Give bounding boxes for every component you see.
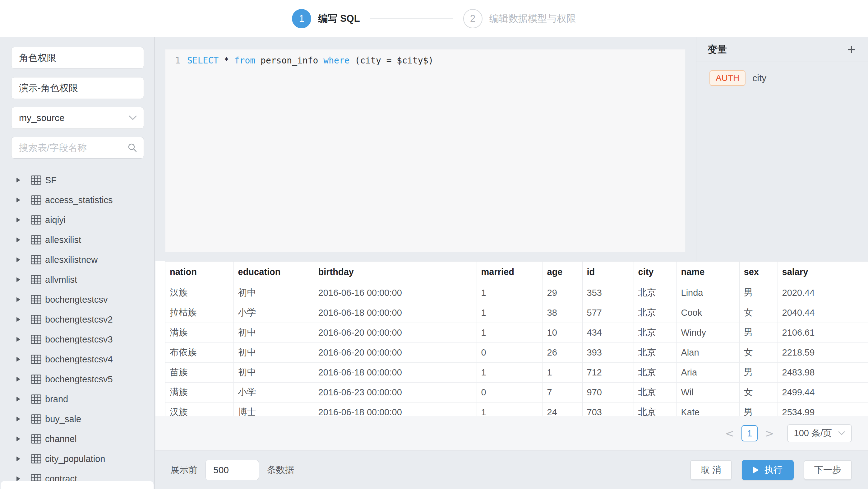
variables-title: 变量	[708, 43, 727, 56]
cell-nation: 满族	[165, 382, 234, 402]
cell-name: Cook	[677, 303, 739, 323]
expand-caret-icon[interactable]	[17, 277, 20, 282]
tree-item-label: SF	[45, 175, 57, 185]
expand-caret-icon[interactable]	[17, 237, 20, 242]
step-1-write-sql[interactable]: 1 编写 SQL	[292, 9, 360, 28]
table-grid-icon	[31, 295, 41, 304]
table-grid-icon	[31, 195, 41, 205]
cell-age: 38	[542, 303, 582, 323]
results-body: 汉族初中2016-06-16 00:00:00129353北京Linda男202…	[165, 283, 868, 416]
expand-caret-icon[interactable]	[17, 357, 20, 362]
tree-item-table[interactable]: access_statistics	[0, 190, 154, 210]
tree-item-label: bochengtestcsv	[45, 295, 108, 305]
tree-item-table[interactable]: buy_sale	[0, 409, 154, 429]
cell-married: 0	[476, 382, 542, 402]
table-row: 汉族初中2016-06-16 00:00:00129353北京Linda男202…	[165, 283, 868, 303]
cell-id: 703	[582, 402, 633, 416]
role-name-input[interactable]	[11, 47, 144, 69]
row-limit-group: 展示前 条数据	[170, 460, 294, 480]
search-input[interactable]	[11, 137, 144, 159]
results-header-row: nationeducationbirthdaymarriedageidcityn…	[165, 262, 868, 283]
datasource-select[interactable]: my_source	[11, 107, 144, 129]
cell-sex: 男	[739, 363, 778, 382]
sql-editor[interactable]: 1 SELECT * from person_info where (city …	[165, 49, 685, 252]
run-button[interactable]: 执行	[742, 460, 794, 480]
expand-caret-icon[interactable]	[17, 178, 20, 182]
sql-keyword: where	[323, 55, 349, 66]
table-grid-icon	[31, 175, 41, 185]
step-2-edit-model[interactable]: 2 编辑数据模型与权限	[463, 9, 576, 28]
cancel-button[interactable]: 取 消	[690, 460, 732, 480]
variable-item[interactable]: AUTH city	[709, 70, 868, 86]
cell-sex: 女	[739, 382, 778, 402]
table-row: 汉族博士2016-06-18 00:00:00124703北京Kate男2534…	[165, 402, 868, 416]
tree-item-table[interactable]: brand	[0, 389, 154, 409]
tree-item-table[interactable]: allesxilist	[0, 230, 154, 250]
next-page-icon[interactable]: >	[761, 427, 778, 439]
expand-caret-icon[interactable]	[17, 337, 20, 342]
expand-caret-icon[interactable]	[17, 297, 20, 302]
cell-id: 970	[582, 382, 633, 402]
column-header-id: id	[582, 262, 633, 283]
expand-caret-icon[interactable]	[17, 476, 20, 481]
tree-item-label: brand	[45, 394, 68, 404]
page-number-button[interactable]: 1	[741, 425, 757, 441]
tree-item-table[interactable]: bochengtestcsv2	[0, 310, 154, 329]
expand-caret-icon[interactable]	[17, 317, 20, 322]
cell-city: 北京	[633, 363, 677, 382]
step-2-label: 编辑数据模型与权限	[489, 12, 576, 25]
tree-item-table[interactable]: allesxilistnew	[0, 250, 154, 270]
cell-city: 北京	[633, 343, 677, 363]
tree-item-table[interactable]: allvmlist	[0, 270, 154, 290]
expand-caret-icon[interactable]	[17, 456, 20, 461]
expand-caret-icon[interactable]	[17, 436, 20, 441]
cell-name: Wil	[677, 382, 739, 402]
table-row: 布依族初中2016-06-20 00:00:00026393北京Alan女221…	[165, 343, 868, 363]
sql-keyword: from	[235, 55, 255, 66]
bottom-bar: 展示前 条数据 取 消 执行 下一步	[155, 451, 868, 489]
expand-caret-icon[interactable]	[17, 416, 20, 422]
sql-text: *	[219, 55, 235, 66]
tree-item-label: bochengtestcsv4	[45, 354, 113, 365]
expand-caret-icon[interactable]	[17, 198, 20, 202]
table-row: 满族初中2016-06-20 00:00:00110434北京Windy男210…	[165, 323, 868, 343]
page-size-select[interactable]: 100 条/页	[787, 424, 852, 442]
tree-item-table[interactable]: aiqiyi	[0, 210, 154, 230]
cell-salary: 2534.99	[778, 402, 868, 416]
table-grid-icon	[31, 215, 41, 225]
cell-married: 1	[476, 402, 542, 416]
display-name-input[interactable]	[11, 77, 144, 99]
tree-item-table[interactable]: bochengtestcsv3	[0, 329, 154, 349]
step-2-circle: 2	[463, 9, 483, 28]
row-limit-input[interactable]	[206, 460, 259, 480]
tree-item-table[interactable]: bochengtestcsv5	[0, 369, 154, 389]
table-grid-icon	[31, 315, 41, 324]
cell-education: 博士	[234, 402, 314, 416]
cell-education: 初中	[234, 283, 314, 303]
add-variable-button[interactable]: +	[847, 42, 856, 57]
tree-item-table[interactable]: bochengtestcsv4	[0, 349, 154, 369]
expand-caret-icon[interactable]	[17, 218, 20, 223]
column-header-name: name	[677, 262, 739, 283]
tree-item-table[interactable]: SF	[0, 170, 154, 190]
limit-suffix-label: 条数据	[267, 464, 294, 476]
tree-item-label: access_statistics	[45, 195, 113, 205]
cell-married: 1	[476, 323, 542, 343]
prev-page-icon[interactable]: <	[721, 427, 739, 439]
expand-caret-icon[interactable]	[17, 397, 20, 402]
next-step-button[interactable]: 下一步	[804, 460, 852, 480]
tree-item-table[interactable]: city_population	[0, 449, 154, 469]
cell-sex: 男	[739, 402, 778, 416]
sql-keyword: SELECT	[187, 55, 219, 66]
expand-caret-icon[interactable]	[17, 377, 20, 382]
tree-item-table[interactable]: bochengtestcsv	[0, 290, 154, 310]
table-grid-icon	[31, 275, 41, 284]
horizontal-scrollbar[interactable]	[1, 481, 154, 489]
step-1-circle: 1	[292, 9, 311, 28]
column-header-age: age	[542, 262, 582, 283]
tree-item-table[interactable]: channel	[0, 429, 154, 449]
cell-nation: 满族	[165, 323, 234, 343]
expand-caret-icon[interactable]	[17, 257, 20, 262]
datasource-value: my_source	[19, 113, 65, 123]
cell-age: 1	[542, 363, 582, 382]
